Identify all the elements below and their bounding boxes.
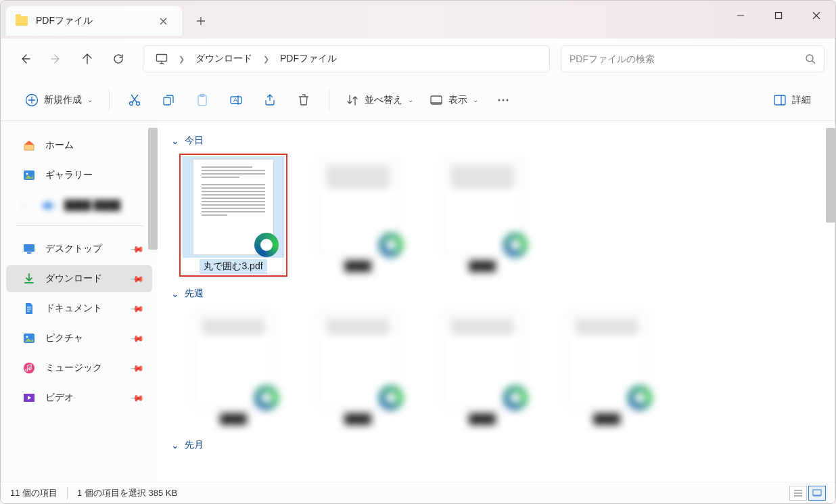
- home-icon: [22, 139, 36, 152]
- sidebar-label: ドキュメント: [45, 302, 102, 315]
- forward-button[interactable]: [43, 45, 70, 72]
- file-item[interactable]: ████: [428, 154, 536, 277]
- svg-text:A: A: [233, 97, 237, 104]
- file-grid-lastweek: ████ ████ ████ ████: [179, 306, 822, 428]
- copy-button[interactable]: [153, 87, 184, 114]
- arrow-right-icon: [50, 53, 62, 65]
- group-header-today[interactable]: ⌄ 今日: [171, 135, 822, 147]
- share-button[interactable]: [254, 87, 285, 114]
- sidebar-label: ホーム: [45, 139, 74, 152]
- minimize-button[interactable]: [722, 1, 760, 30]
- minimize-icon: [737, 12, 745, 20]
- thumbnail-wrap: [183, 156, 284, 258]
- trash-icon: [297, 93, 310, 107]
- breadcrumb[interactable]: ❯ ダウンロード ❯ PDFファイル: [143, 45, 550, 72]
- details-label: 詳細: [792, 94, 811, 106]
- sidebar-item-desktop[interactable]: デスクトップ 📌: [6, 235, 152, 262]
- close-icon: [160, 18, 167, 25]
- svg-rect-7: [198, 95, 206, 106]
- sort-button[interactable]: 並べ替え ⌄: [339, 87, 420, 114]
- view-button[interactable]: 表示 ⌄: [423, 87, 485, 114]
- file-item[interactable]: ████: [428, 306, 536, 428]
- window-controls: [722, 1, 835, 30]
- sidebar-item-videos[interactable]: ビデオ 📌: [6, 384, 152, 411]
- refresh-icon: [112, 53, 124, 65]
- monitor-icon: [156, 53, 168, 64]
- new-tab-button[interactable]: [189, 9, 213, 33]
- maximize-button[interactable]: [760, 1, 797, 30]
- tab-active[interactable]: PDFファイル: [6, 6, 182, 36]
- file-item[interactable]: ████: [304, 154, 412, 277]
- search-input[interactable]: [570, 53, 805, 64]
- svg-point-22: [26, 336, 28, 338]
- paste-icon: [195, 93, 209, 107]
- window-close-button[interactable]: [797, 1, 835, 30]
- content-area: ホーム ギャラリー › ████ ████ デスクトップ 📌 ダウンロード 📌 …: [1, 121, 835, 482]
- more-icon: [496, 93, 510, 107]
- pin-icon: 📌: [130, 390, 145, 405]
- pin-icon: 📌: [130, 271, 145, 286]
- chevron-right-icon[interactable]: ❯: [262, 55, 271, 64]
- breadcrumb-root[interactable]: [149, 51, 175, 67]
- tab-title: PDFファイル: [36, 15, 145, 27]
- tab-close-button[interactable]: [154, 12, 172, 30]
- sidebar-item-gallery[interactable]: ギャラリー: [6, 162, 152, 189]
- back-button[interactable]: [11, 45, 39, 72]
- sidebar-label: ミュージック: [45, 362, 102, 374]
- status-selection: 1 個の項目を選択 385 KB: [77, 487, 177, 499]
- cut-button[interactable]: [119, 87, 150, 114]
- folder-icon: [16, 16, 28, 26]
- main-scrollbar[interactable]: [826, 128, 835, 223]
- sidebar-item-downloads[interactable]: ダウンロード 📌: [6, 265, 152, 292]
- sidebar-item-home[interactable]: ホーム: [6, 132, 152, 159]
- delete-button[interactable]: [288, 87, 319, 114]
- file-grid-today: 丸で囲む3.pdf ████ ████: [179, 154, 822, 277]
- rename-button[interactable]: A: [220, 87, 252, 114]
- sidebar-item-blurred[interactable]: › ████ ████: [6, 191, 152, 219]
- desktop-icon: [22, 242, 36, 256]
- file-name: 丸で囲む3.pdf: [200, 259, 266, 274]
- sidebar-scrollbar[interactable]: [148, 128, 158, 250]
- view-icon: [429, 93, 443, 107]
- file-item-selected[interactable]: 丸で囲む3.pdf: [179, 154, 287, 277]
- file-item[interactable]: ████: [553, 306, 661, 428]
- svg-point-12: [498, 99, 501, 101]
- sidebar-label: ギャラリー: [45, 169, 93, 181]
- svg-point-14: [507, 99, 509, 101]
- plus-circle-icon: [25, 93, 39, 107]
- chevron-down-icon: ⌄: [171, 135, 179, 146]
- plus-icon: [196, 16, 206, 26]
- arrow-up-icon: [81, 53, 93, 65]
- cloud-icon: [41, 198, 55, 212]
- sort-icon: [346, 93, 359, 107]
- breadcrumb-current[interactable]: PDFファイル: [273, 50, 344, 68]
- sidebar-item-pictures[interactable]: ピクチャ 📌: [6, 325, 152, 352]
- new-button[interactable]: 新規作成 ⌄: [18, 87, 99, 114]
- breadcrumb-downloads[interactable]: ダウンロード: [189, 50, 259, 68]
- cut-icon: [128, 93, 141, 107]
- sidebar-item-documents[interactable]: ドキュメント 📌: [6, 295, 152, 322]
- music-icon: [22, 361, 36, 375]
- group-header-lastweek[interactable]: ⌄ 先週: [171, 288, 822, 300]
- details-button[interactable]: 詳細: [766, 87, 818, 114]
- group-header-lastmonth[interactable]: ⌄ 先月: [171, 439, 822, 451]
- up-button[interactable]: [74, 45, 101, 72]
- file-item[interactable]: ████: [179, 306, 287, 428]
- search-box[interactable]: [561, 45, 825, 72]
- chevron-down-icon: ⌄: [171, 440, 179, 451]
- toolbar: 新規作成 ⌄ A 並べ替え ⌄ 表示 ⌄ 詳細: [1, 79, 835, 121]
- more-button[interactable]: [488, 87, 519, 114]
- sidebar-item-music[interactable]: ミュージック 📌: [6, 354, 152, 382]
- details-view-button[interactable]: [789, 486, 807, 501]
- status-bar: 11 個の項目 1 個の項目を選択 385 KB: [1, 482, 835, 503]
- arrow-left-icon: [19, 53, 31, 65]
- copy-icon: [162, 93, 175, 107]
- file-item[interactable]: ████: [304, 306, 412, 428]
- svg-point-2: [806, 55, 813, 62]
- separator: [329, 90, 329, 110]
- chevron-right-icon[interactable]: ❯: [177, 55, 186, 64]
- paste-button[interactable]: [187, 87, 218, 114]
- chevron-down-icon: ⌄: [87, 96, 93, 104]
- refresh-button[interactable]: [105, 45, 132, 72]
- thumbnails-view-button[interactable]: [808, 486, 826, 501]
